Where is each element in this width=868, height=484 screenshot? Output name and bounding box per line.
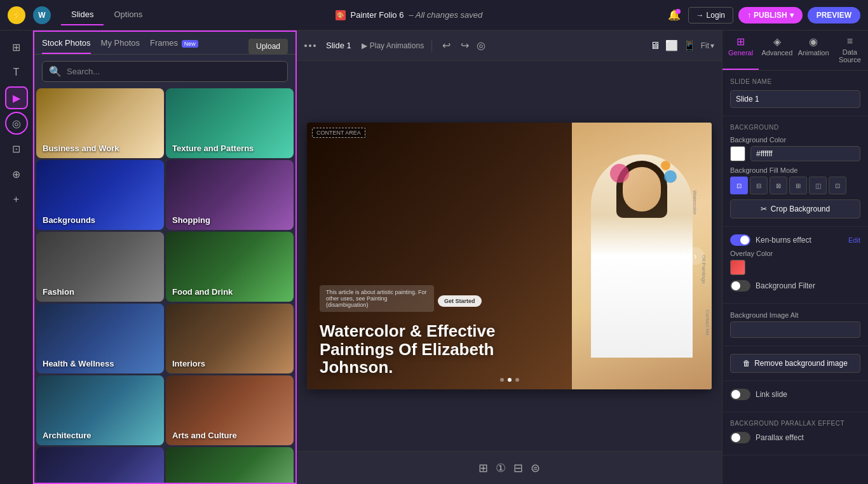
slide-dot-1[interactable] [500, 378, 504, 382]
sidebar-add-icon[interactable]: + [5, 188, 28, 211]
bg-filter-toggle[interactable] [730, 280, 750, 292]
bg-color-input[interactable] [750, 146, 860, 161]
ken-burns-edit-link[interactable]: Edit [848, 236, 860, 244]
fit-label: Fit [701, 41, 709, 50]
desktop-view-button[interactable]: 🖥 [650, 40, 660, 51]
get-started-button[interactable]: Get Started [438, 295, 482, 307]
tab-frames[interactable]: Frames New [150, 38, 198, 54]
tab-stock-photos[interactable]: Stock Photos [42, 38, 91, 54]
tablet-view-button[interactable]: ⬜ [665, 39, 678, 51]
more-options-icon[interactable] [304, 44, 316, 47]
login-label: Login [707, 11, 725, 20]
category-texture[interactable]: Texture and Patterns [166, 88, 294, 158]
main-layout: ⊞ T ▶ ◎ ⊡ ⊕ + Stock Photos My Photos Fra… [0, 30, 868, 484]
animation-tab-icon: ◉ [809, 36, 818, 48]
category-tech[interactable]: Tech [36, 447, 164, 483]
sidebar-position-icon[interactable]: ⊕ [5, 163, 28, 185]
category-architecture[interactable]: Architecture [36, 375, 164, 445]
link-slide-toggle[interactable] [730, 389, 750, 400]
crop-background-button[interactable]: ✂ Crop Background [730, 199, 860, 218]
slide-editor: Slide 1 ▶ Play Animations ↩ ↪ ◎ 🖥 ⬜ 📱 Fi… [297, 30, 722, 484]
data-tab-icon: ≡ [847, 36, 853, 47]
tab-options[interactable]: Options [104, 4, 153, 25]
slide-bottom-bar: ⊞ ① ⊟ ⊜ [297, 451, 722, 484]
slide-canvas[interactable]: CONTENT AREA This article is about artis… [307, 123, 712, 389]
category-label-shopping: Shopping [166, 210, 217, 230]
duplicate-slide-button[interactable]: ⊟ [513, 461, 523, 475]
fit-button[interactable]: Fit ▾ [701, 41, 714, 50]
tab-data-source[interactable]: ≡ Data Source [832, 30, 868, 70]
category-arts[interactable]: Arts and Culture [166, 375, 294, 445]
wp-icon[interactable]: W [33, 6, 51, 24]
sidebar-text-watercolor: Watercolor [691, 191, 697, 215]
slide-number-button[interactable]: ① [496, 461, 506, 475]
fill-mode-custom[interactable]: ⊡ [829, 177, 846, 194]
undo-button[interactable]: ↩ [440, 37, 453, 54]
preview-button[interactable]: PREVIEW [808, 7, 860, 24]
publish-dropdown-icon: ▾ [790, 11, 794, 20]
slide-heading: Watercolor & Effective Paintings Of Eliz… [320, 322, 559, 377]
parallax-toggle[interactable] [730, 432, 750, 443]
bg-color-label: Background Color [730, 136, 860, 144]
alt-text-section: Background Image Alt [722, 304, 868, 346]
slide-next-arrow[interactable]: › [686, 247, 704, 265]
login-button[interactable]: → Login [688, 7, 733, 24]
ken-burns-toggle[interactable] [730, 234, 750, 246]
tab-general[interactable]: ⊞ General [722, 30, 759, 70]
tab-advanced[interactable]: ◈ Advanced [759, 30, 795, 70]
link-slide-section: Link slide [722, 381, 868, 412]
sidebar-elements-icon[interactable]: ◎ [5, 112, 28, 135]
sidebar-widgets-icon[interactable]: ⊡ [5, 137, 28, 160]
overlay-color-swatch[interactable] [730, 260, 745, 275]
publish-button[interactable]: ↑ PUBLISH ▾ [738, 7, 803, 24]
overlay-color-label: Overlay Color [730, 250, 860, 257]
sidebar-slides-icon[interactable]: ⊞ [5, 36, 28, 58]
alt-input[interactable] [730, 321, 860, 338]
category-food[interactable]: Food and Drink [166, 232, 294, 302]
animation-tab-label: Animation [798, 49, 829, 57]
search-icon: 🔍 [49, 65, 62, 77]
notification-icon[interactable]: 🔔 [665, 6, 683, 24]
sidebar-text-icon[interactable]: T [5, 61, 28, 84]
category-fashion[interactable]: Fashion [36, 232, 164, 302]
upload-button[interactable]: Upload [248, 39, 288, 54]
mobile-view-button[interactable]: 📱 [683, 39, 696, 51]
category-interiors[interactable]: Interiors [166, 304, 294, 373]
delete-slide-button[interactable]: ⊜ [531, 461, 540, 475]
fill-mode-fill[interactable]: ⊡ [730, 177, 748, 194]
bg-filter-knob [731, 281, 740, 290]
tab-slides[interactable]: Slides [61, 4, 104, 25]
slide-dot-3[interactable] [515, 378, 519, 382]
bg-color-row [730, 146, 860, 161]
parallax-section: BACKGROUND PARALLAX EFFECT Parallax effe… [722, 412, 868, 455]
fill-mode-fit[interactable]: ⊟ [750, 177, 768, 194]
toolbar-separator [431, 39, 432, 52]
visibility-button[interactable]: ◎ [477, 39, 485, 51]
tab-animation[interactable]: ◉ Animation [796, 30, 832, 70]
category-business[interactable]: Business and Work [36, 88, 164, 158]
app-logo[interactable]: ⚡ [8, 6, 25, 24]
redo-button[interactable]: ↪ [458, 37, 471, 54]
right-panel-tabs: ⊞ General ◈ Advanced ◉ Animation ≡ Data … [722, 30, 868, 71]
search-input[interactable] [67, 67, 281, 76]
slide-name-input[interactable] [730, 90, 860, 108]
background-section: BACKGROUND Background Color Background F… [722, 116, 868, 227]
category-shopping[interactable]: Shopping [166, 160, 294, 230]
fill-mode-tile[interactable]: ⊞ [789, 177, 807, 194]
category-nature[interactable]: Nature [166, 447, 294, 483]
fill-mode-stretch[interactable]: ⊠ [770, 177, 787, 194]
category-label-business: Business and Work [36, 138, 125, 158]
sidebar-media-icon[interactable]: ▶ [5, 86, 28, 109]
category-backgrounds[interactable]: Backgrounds [36, 160, 164, 230]
fill-mode-center[interactable]: ◫ [809, 177, 827, 194]
category-health[interactable]: Health & Wellness [36, 304, 164, 373]
slide-dot-2[interactable] [508, 378, 512, 382]
remove-background-button[interactable]: 🗑 Remove background image [730, 354, 860, 373]
add-slide-before-button[interactable]: ⊞ [478, 461, 488, 475]
publish-label: PUBLISH [754, 11, 787, 20]
tab-my-photos[interactable]: My Photos [101, 38, 140, 54]
play-icon: ▶ [362, 41, 367, 50]
ken-burns-knob [740, 236, 749, 245]
bg-color-swatch[interactable] [730, 146, 745, 161]
play-animations-button[interactable]: ▶ Play Animations [362, 41, 424, 50]
